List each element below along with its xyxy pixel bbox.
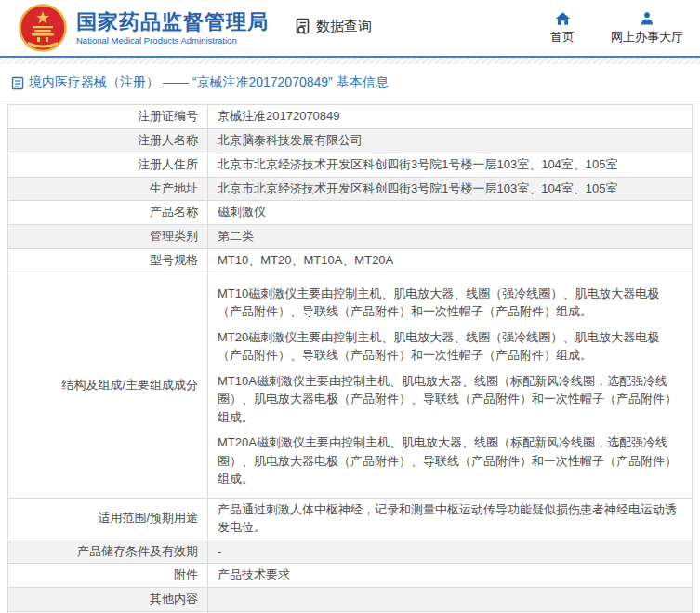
menu-data-query[interactable]: 数据查询 <box>295 18 372 35</box>
registration-info-table: 注册证编号 京械注准20172070849 注册人名称 北京脑泰科技发展有限公司… <box>7 104 693 613</box>
row-label: 结构及组成/主要组成成分 <box>8 273 208 498</box>
table-row: 适用范围/预期用途 产品通过刺激人体中枢神经，记录和测量中枢运动传导功能疑似损伤… <box>8 498 693 540</box>
table-row: 其他内容 <box>8 588 693 612</box>
nav-online-hall-label: 网上办事大厅 <box>611 29 683 46</box>
row-label: 生产地址 <box>8 177 208 201</box>
info-table-body: 注册证编号 京械注准20172070849 注册人名称 北京脑泰科技发展有限公司… <box>8 105 693 613</box>
breadcrumb-text: 境内医疗器械（注册） —— “京械注准20172070849” 基本信息 <box>29 74 389 91</box>
data-query-label: 数据查询 <box>316 18 372 35</box>
table-row: 产品储存条件及有效期 - <box>8 540 693 564</box>
row-label: 产品名称 <box>8 201 208 225</box>
row-value: 北京市北京经济技术开发区科创四街3号院1号楼一层103室、104室、105室 <box>208 177 693 201</box>
row-value: - <box>208 540 693 564</box>
row-value: 京械注准20172070849 <box>208 105 693 129</box>
site-header: 国家药品监督管理局 National Medical Products Admi… <box>0 0 700 56</box>
home-icon <box>555 11 571 26</box>
composition-paragraph: MT10磁刺激仪主要由控制主机、肌电放大器、线圈（强冷线圈）、肌电放大器电极（产… <box>218 285 682 321</box>
national-emblem-icon <box>19 4 67 52</box>
row-label: 其他内容 <box>8 588 208 612</box>
document-icon <box>11 76 24 90</box>
row-label: 产品储存条件及有效期 <box>8 540 208 564</box>
table-row: 结构及组成/主要组成成分 MT10磁刺激仪主要由控制主机、肌电放大器、线圈（强冷… <box>8 273 693 498</box>
composition-paragraph: MT20磁刺激仪主要由控制主机、肌电放大器、线圈（强冷线圈）、肌电放大器电极（产… <box>218 328 682 365</box>
row-value: 磁刺激仪 <box>208 201 693 225</box>
agency-name-zh: 国家药品监督管理局 <box>76 10 269 33</box>
row-value: 第二类 <box>208 225 693 249</box>
header-divider-hatch <box>0 58 700 64</box>
data-query-icon <box>295 18 312 35</box>
table-row: 产品名称 磁刺激仪 <box>8 201 693 225</box>
nav-home-label: 首页 <box>550 29 575 46</box>
nav-item-online-hall[interactable]: 网上办事大厅 <box>611 11 683 46</box>
row-value <box>208 588 693 612</box>
composition-paragraph: MT20A磁刺激仪主要由控制主机、肌电放大器、线圈（标配新风冷线圈，选配强冷线圈… <box>218 433 682 488</box>
table-row: 注册证编号 京械注准20172070849 <box>8 105 693 129</box>
person-icon <box>640 11 654 26</box>
row-label: 型号规格 <box>8 249 208 273</box>
row-label: 附件 <box>8 564 208 588</box>
nav-item-home[interactable]: 首页 <box>546 11 579 46</box>
composition-paragraph: MT10A磁刺激仪主要由控制主机、肌电放大器、线圈（标配新风冷线圈，选配强冷线圈… <box>218 372 682 427</box>
header-nav: 首页 网上办事大厅 <box>546 11 683 46</box>
row-value: 产品通过刺激人体中枢神经，记录和测量中枢运动传导功能疑似损伤患者神经电运动诱发电… <box>208 498 693 540</box>
agency-name-block: 国家药品监督管理局 National Medical Products Admi… <box>76 10 269 46</box>
table-row: 附件 产品技术要求 <box>8 564 693 588</box>
table-row: 管理类别 第二类 <box>8 225 693 249</box>
row-label: 注册人名称 <box>8 128 208 153</box>
table-row: 注册人名称 北京脑泰科技发展有限公司 <box>8 128 693 153</box>
row-value: 北京脑泰科技发展有限公司 <box>208 128 693 153</box>
row-value: 产品技术要求 <box>208 564 693 588</box>
row-label: 适用范围/预期用途 <box>8 498 208 540</box>
table-row: 型号规格 MT10、MT20、MT10A、MT20A <box>8 249 693 273</box>
row-value: 北京市北京经济技术开发区科创四街3号院1号楼一层103室、104室、105室 <box>208 153 693 177</box>
breadcrumb: 境内医疗器械（注册） —— “京械注准20172070849” 基本信息 <box>0 64 700 100</box>
table-row: 注册人住所 北京市北京经济技术开发区科创四街3号院1号楼一层103室、104室、… <box>8 153 693 177</box>
row-label: 注册证编号 <box>8 105 208 129</box>
row-label: 注册人住所 <box>8 153 208 177</box>
row-value: MT10磁刺激仪主要由控制主机、肌电放大器、线圈（强冷线圈）、肌电放大器电极（产… <box>208 273 693 498</box>
table-row: 生产地址 北京市北京经济技术开发区科创四街3号院1号楼一层103室、104室、1… <box>8 177 693 201</box>
row-label: 管理类别 <box>8 225 208 249</box>
row-value: MT10、MT20、MT10A、MT20A <box>208 249 693 273</box>
agency-logo-link[interactable]: 国家药品监督管理局 National Medical Products Admi… <box>19 4 269 52</box>
registration-info-table-wrap: 注册证编号 京械注准20172070849 注册人名称 北京脑泰科技发展有限公司… <box>0 100 700 613</box>
agency-name-en: National Medical Products Administration <box>76 35 269 46</box>
